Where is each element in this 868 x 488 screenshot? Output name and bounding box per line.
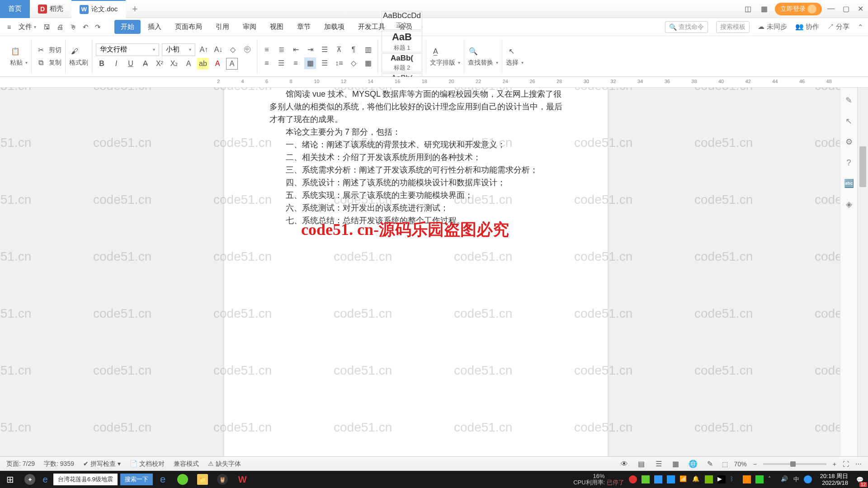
share-button[interactable]: ↗ 分享	[827, 23, 849, 31]
ie-icon[interactable]: e	[153, 471, 173, 488]
start-button[interactable]: ⊞	[0, 471, 20, 488]
line-spacing-icon[interactable]: ↕≡	[333, 57, 345, 69]
tab-pagelayout[interactable]: 页面布局	[169, 20, 208, 34]
style-heading2[interactable]: AaBb(标题 2	[382, 53, 422, 72]
missing-font[interactable]: ⚠ 缺失字体	[208, 460, 241, 468]
tab-reference[interactable]: 引用	[209, 20, 236, 34]
zoom-fit-icon[interactable]: ⬚	[722, 460, 728, 468]
paste-icon[interactable]: 📋	[10, 46, 21, 57]
tab-review[interactable]: 审阅	[236, 20, 263, 34]
phonetic-icon[interactable]: ㊥	[241, 44, 253, 56]
font-color-button[interactable]: A	[212, 58, 223, 70]
tray-icon[interactable]	[654, 475, 662, 483]
increase-indent-icon[interactable]: ⇥	[304, 44, 316, 56]
tab-view[interactable]: 视图	[264, 20, 290, 34]
new-tab-button[interactable]: +	[126, 3, 144, 15]
translate-icon[interactable]: 🔤	[844, 178, 854, 189]
notification-icon[interactable]: 💬 12	[852, 471, 868, 488]
print-icon[interactable]: 🖨	[54, 21, 66, 33]
wifi-icon[interactable]: 📶	[679, 475, 688, 483]
page-mode-icon[interactable]: ▤	[636, 459, 647, 469]
web-mode-icon[interactable]: ▦	[670, 459, 681, 469]
bell-icon[interactable]: 🔔	[692, 475, 700, 483]
word-count[interactable]: 字数: 9359	[44, 460, 74, 468]
grow-font-icon[interactable]: A↑	[198, 44, 210, 56]
size-select[interactable]: 小初▾	[162, 43, 195, 56]
maximize-button[interactable]: ▢	[843, 5, 849, 13]
shrink-font-icon[interactable]: A↓	[212, 44, 224, 56]
settings-icon[interactable]: ⚙	[844, 136, 854, 147]
unsync-status[interactable]: ☁ 未同步	[758, 23, 787, 31]
minimize-button[interactable]: —	[827, 5, 835, 13]
shading-icon[interactable]: ◇	[348, 57, 359, 69]
pen-icon[interactable]: ✎	[844, 95, 854, 106]
app-owl-icon[interactable]: 🦉	[212, 471, 232, 488]
app-green-icon[interactable]	[173, 471, 193, 488]
wps-task-icon[interactable]: W	[232, 471, 252, 488]
tray-icon[interactable]	[629, 475, 637, 483]
tab-chapter[interactable]: 章节	[291, 20, 317, 34]
tray-icon[interactable]	[642, 475, 650, 483]
tab-document[interactable]: W 论文.doc	[71, 0, 126, 18]
highlight-button[interactable]: ab	[197, 58, 209, 70]
zoom-out-button[interactable]: −	[753, 460, 757, 468]
preview-icon[interactable]: 🖰	[67, 21, 79, 33]
formatbrush-icon[interactable]: 🖌	[69, 46, 80, 57]
tray-icon[interactable]	[755, 475, 764, 483]
style-normal[interactable]: AaBbCcDd正文	[382, 11, 422, 30]
redo-icon[interactable]: ↷	[92, 21, 104, 33]
underline-button[interactable]: U	[125, 58, 137, 70]
tab-home[interactable]: 首页	[0, 0, 30, 18]
fullscreen-icon[interactable]: ⛶	[843, 460, 849, 468]
clock[interactable]: 20:18 周日 2022/9/18	[816, 473, 852, 486]
bullet-list-icon[interactable]: ≡	[261, 44, 273, 56]
showpara-icon[interactable]: ¶	[348, 44, 359, 56]
italic-button[interactable]: I	[110, 58, 122, 70]
tray-icon[interactable]	[804, 475, 812, 483]
select-icon[interactable]: ↖	[506, 46, 517, 57]
style-heading1[interactable]: AaB标题 1	[382, 31, 422, 52]
draft-mode-icon[interactable]: 🌐	[688, 459, 698, 469]
textdir-icon[interactable]: A̲	[430, 46, 441, 57]
collapse-ribbon-icon[interactable]: ⌃	[858, 23, 863, 31]
text-effect-button[interactable]: A	[183, 58, 194, 70]
zoom-handle[interactable]	[790, 461, 796, 467]
save-icon[interactable]: 🖫	[41, 21, 53, 33]
spellcheck-button[interactable]: ✔ 拼写检查 ▾	[83, 460, 121, 468]
tab-addon[interactable]: 加载项	[318, 20, 351, 34]
align-left-icon[interactable]: ≡	[261, 57, 273, 69]
tray-icon[interactable]: ▶	[717, 475, 726, 483]
scroll-thumb[interactable]	[859, 146, 866, 187]
align-right-icon[interactable]: ≡	[290, 57, 302, 69]
vertical-scrollbar[interactable]	[857, 88, 868, 467]
decrease-indent-icon[interactable]: ⇤	[290, 44, 302, 56]
command-search[interactable]: 🔍查找命令	[665, 21, 708, 33]
bold-button[interactable]: B	[96, 58, 108, 70]
subscript-button[interactable]: X₂	[168, 58, 180, 70]
explorer-icon[interactable]: 📁	[193, 471, 212, 488]
browser-task[interactable]: e 台湾花莲县6.9级地震 搜索一下	[40, 471, 153, 488]
zoom-in-button[interactable]: +	[833, 460, 836, 468]
page[interactable]: 馆阅读 vue 技术、MYSQL 数据库等方面的编程校园失物，又在网上搜索了很多…	[224, 88, 608, 467]
cursor-icon[interactable]: ↖	[844, 116, 854, 127]
cut-icon[interactable]: ✂	[35, 45, 46, 56]
columns-icon[interactable]: ▥	[362, 44, 374, 56]
copy-icon[interactable]: ⧉	[35, 57, 46, 68]
read-mode-icon[interactable]: 👁	[619, 459, 630, 469]
bluetooth-icon[interactable]: ᛒ	[730, 475, 738, 483]
login-button[interactable]: 立即登录	[775, 3, 822, 15]
collab-button[interactable]: 👥 协作	[795, 23, 819, 31]
clear-format-icon[interactable]: ◇	[227, 44, 239, 56]
zoom-slider[interactable]	[763, 463, 826, 465]
sort-icon[interactable]: ☰	[319, 44, 330, 56]
number-list-icon[interactable]: ≣	[275, 44, 287, 56]
ruler[interactable]: 2468101214161820222426283032343638404244…	[0, 77, 868, 88]
distribute-icon[interactable]: ☰	[319, 57, 330, 69]
hamburger-icon[interactable]: ≡	[5, 21, 14, 33]
cpu-widget[interactable]: 16% CPU利用率: 已停了	[573, 473, 624, 486]
ime-icon[interactable]: 中	[793, 475, 799, 483]
tab-insert[interactable]: 插入	[142, 20, 168, 34]
grid-icon[interactable]: ▦	[759, 4, 769, 14]
close-button[interactable]: ✕	[858, 5, 863, 13]
strike-button[interactable]: A̶	[139, 58, 151, 70]
